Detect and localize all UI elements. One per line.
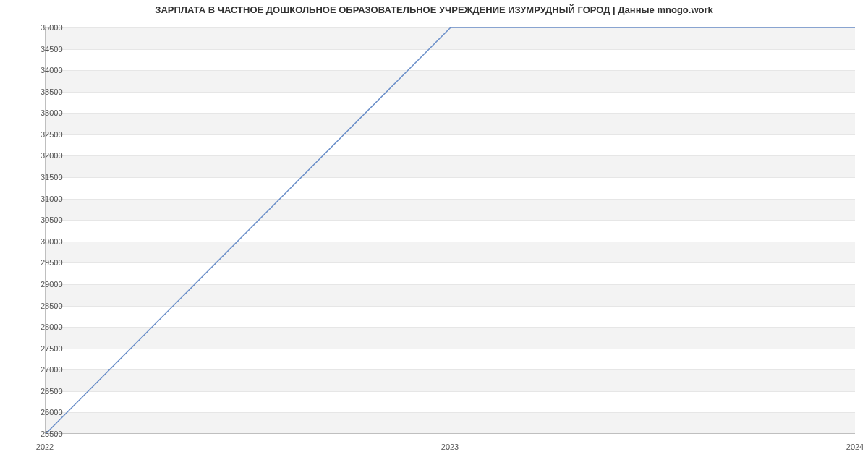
series-line <box>46 27 855 434</box>
x-tick-label: 2023 <box>441 443 459 451</box>
x-tick-label: 2024 <box>846 443 864 451</box>
chart-title: ЗАРПЛАТА В ЧАСТНОЕ ДОШКОЛЬНОЕ ОБРАЗОВАТЕ… <box>0 4 868 15</box>
salary-chart: ЗАРПЛАТА В ЧАСТНОЕ ДОШКОЛЬНОЕ ОБРАЗОВАТЕ… <box>0 0 868 470</box>
x-tick-label: 2022 <box>36 443 54 451</box>
plot-area: 2550026000265002700027500280002850029000… <box>45 27 855 434</box>
